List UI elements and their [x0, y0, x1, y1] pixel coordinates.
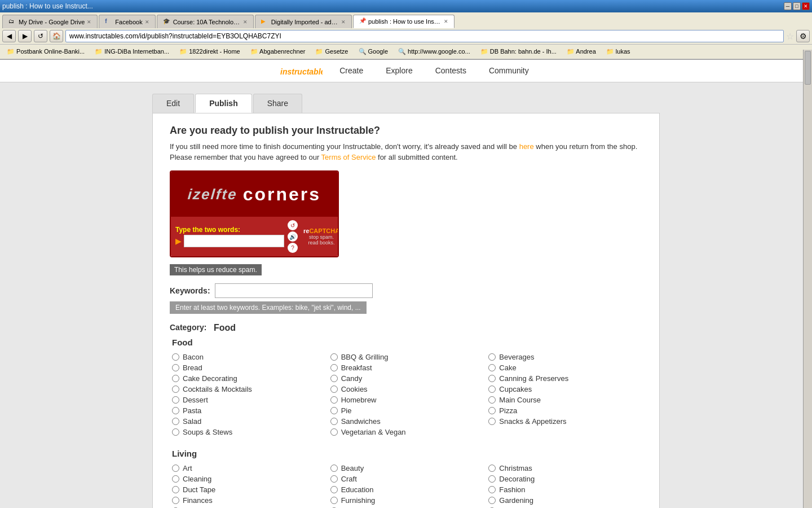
food-cake[interactable]: Cake — [488, 362, 642, 373]
nav-create[interactable]: Create — [328, 63, 374, 80]
food-pie[interactable]: Pie — [330, 405, 484, 416]
food-bacon[interactable]: Bacon — [172, 352, 326, 362]
bookmark-abgaben[interactable]: 📁 Abgabenrechner — [246, 47, 310, 56]
settings-button[interactable]: ⚙ — [796, 30, 810, 42]
food-col3: Beverages Cake Canning & Preserves Cupca… — [488, 352, 642, 437]
food-col1: Bacon Bread Cake Decorating Cocktails & … — [172, 352, 326, 437]
home-button[interactable]: 🏠 — [50, 30, 63, 42]
living-section: Living Art Cleaning Duct Tape Finances G… — [170, 449, 642, 508]
keywords-row: Keywords: — [170, 283, 642, 298]
category-value: Food — [214, 323, 236, 333]
tab-my-drive[interactable]: 🗂 My Drive - Google Drive ✕ — [2, 15, 98, 28]
food-main-course[interactable]: Main Course — [488, 395, 642, 405]
living-beauty[interactable]: Beauty — [330, 463, 484, 474]
food-salad[interactable]: Salad — [172, 416, 326, 427]
tab-course[interactable]: 🎓 Course: 10A Technology Uni... ✕ — [157, 15, 254, 28]
window-controls[interactable]: ─ □ ✕ — [784, 2, 810, 10]
food-cake-decorating[interactable]: Cake Decorating — [172, 373, 326, 384]
site-logo[interactable]: instructables — [272, 62, 328, 80]
here-link[interactable]: here — [519, 142, 534, 151]
captcha-word2: corners — [243, 184, 321, 205]
bookmark-db[interactable]: 📁 DB Bahn: bahn.de - Ih... — [476, 47, 561, 56]
living-col3: Christmas Decorating Fashion Gardening H… — [488, 463, 642, 508]
food-dessert[interactable]: Dessert — [172, 395, 326, 405]
tab-close-fb[interactable]: ✕ — [145, 19, 149, 25]
tab-facebook[interactable]: f Facebook ✕ — [99, 15, 155, 28]
tab-close-di[interactable]: ✕ — [341, 19, 346, 25]
food-cookies[interactable]: Cookies — [330, 384, 484, 395]
bookmark-andrea[interactable]: 📁 Andrea — [562, 47, 601, 56]
food-vegetarian[interactable]: Vegetarian & Vegan — [330, 427, 484, 437]
food-breakfast[interactable]: Breakfast — [330, 362, 484, 373]
bookmark-ing[interactable]: 📁 ING-DiBa Internetban... — [90, 47, 174, 56]
food-homebrew[interactable]: Homebrew — [330, 395, 484, 405]
captcha-audio-button[interactable]: 🔊 — [288, 231, 298, 242]
living-fashion[interactable]: Fashion — [488, 484, 642, 495]
captcha-help-button[interactable]: ? — [288, 243, 298, 253]
food-cupcakes[interactable]: Cupcakes — [488, 384, 642, 395]
living-duct-tape[interactable]: Duct Tape — [172, 484, 326, 495]
bookmark-google[interactable]: 🔍 Google — [354, 47, 393, 56]
food-canning[interactable]: Canning & Preserves — [488, 373, 642, 384]
bookmark-google2[interactable]: 🔍 http://www.google.co... — [394, 47, 475, 56]
recaptcha-branding: reCAPTCHA stop spam. read books. — [303, 227, 339, 246]
tab-digitally-imported[interactable]: ▶ Digitally Imported - addictive... ✕ — [255, 15, 352, 28]
address-input[interactable] — [65, 30, 784, 42]
tab-close-publish[interactable]: ✕ — [444, 19, 448, 24]
tab-publish[interactable]: Publish — [195, 94, 252, 113]
food-col2: BBQ & Grilling Breakfast Candy Cookies H… — [330, 352, 484, 437]
food-cocktails[interactable]: Cocktails & Mocktails — [172, 384, 326, 395]
tab-publish[interactable]: 📌 publish : How to use Instruct... ✕ — [353, 15, 454, 28]
keywords-input[interactable] — [215, 283, 373, 298]
scrollbar[interactable] — [803, 50, 812, 508]
living-green[interactable]: Green — [172, 506, 326, 508]
nav-contests[interactable]: Contests — [424, 63, 478, 80]
food-sandwiches[interactable]: Sandwiches — [330, 416, 484, 427]
food-bread[interactable]: Bread — [172, 362, 326, 373]
forward-button[interactable]: ▶ — [18, 30, 32, 42]
back-button[interactable]: ◀ — [2, 30, 16, 42]
living-christmas[interactable]: Christmas — [488, 463, 642, 474]
minimize-button[interactable]: ─ — [784, 2, 792, 10]
nav-community[interactable]: Community — [478, 63, 540, 80]
food-snacks[interactable]: Snacks & Appetizers — [488, 416, 642, 427]
recaptcha-logo: reCAPTCHA — [303, 227, 339, 234]
tab-favicon-drive: 🗂 — [8, 18, 16, 26]
food-candy[interactable]: Candy — [330, 373, 484, 384]
tab-edit[interactable]: Edit — [152, 94, 194, 113]
living-gardening[interactable]: Gardening — [488, 495, 642, 506]
bookmark-lukas[interactable]: 📁 lukas — [602, 47, 635, 56]
living-finances[interactable]: Finances — [172, 495, 326, 506]
scrollbar-thumb[interactable] — [805, 51, 811, 85]
living-halloween[interactable]: Halloween — [330, 506, 484, 508]
food-pasta[interactable]: Pasta — [172, 405, 326, 416]
tab-share[interactable]: Share — [253, 94, 302, 113]
bookmark-star[interactable]: ☆ — [786, 31, 794, 42]
tab-close-course[interactable]: ✕ — [243, 19, 248, 25]
food-soups[interactable]: Soups & Stews — [172, 427, 326, 437]
living-decorating[interactable]: Decorating — [488, 474, 642, 484]
living-furnishing[interactable]: Furnishing — [330, 495, 484, 506]
living-education[interactable]: Education — [330, 484, 484, 495]
tab-close-drive[interactable]: ✕ — [87, 19, 91, 25]
close-button[interactable]: ✕ — [802, 2, 810, 10]
living-art[interactable]: Art — [172, 463, 326, 474]
tos-link[interactable]: Terms of Service — [321, 153, 376, 161]
bookmark-1822[interactable]: 📁 1822direkt - Home — [175, 47, 245, 56]
bookmark-postbank[interactable]: 📁 Postbank Online-Banki... — [2, 47, 89, 56]
living-health[interactable]: Health — [488, 506, 642, 508]
site-nav: instructables Create Explore Contests Co… — [0, 60, 812, 82]
living-craft[interactable]: Craft — [330, 474, 484, 484]
food-pizza[interactable]: Pizza — [488, 405, 642, 416]
nav-explore[interactable]: Explore — [374, 63, 423, 80]
captcha-input[interactable] — [184, 235, 284, 247]
living-cleaning[interactable]: Cleaning — [172, 474, 326, 484]
spam-note: This helps us reduce spam. — [170, 264, 262, 275]
food-beverages[interactable]: Beverages — [488, 352, 642, 362]
bookmark-gesetze[interactable]: 📁 Gesetze — [311, 47, 352, 56]
food-bbq[interactable]: BBQ & Grilling — [330, 352, 484, 362]
captcha-label: Type the two words: — [175, 226, 284, 234]
captcha-refresh-button[interactable]: ↺ — [288, 220, 298, 230]
refresh-button[interactable]: ↺ — [34, 30, 47, 42]
maximize-button[interactable]: □ — [793, 2, 801, 10]
